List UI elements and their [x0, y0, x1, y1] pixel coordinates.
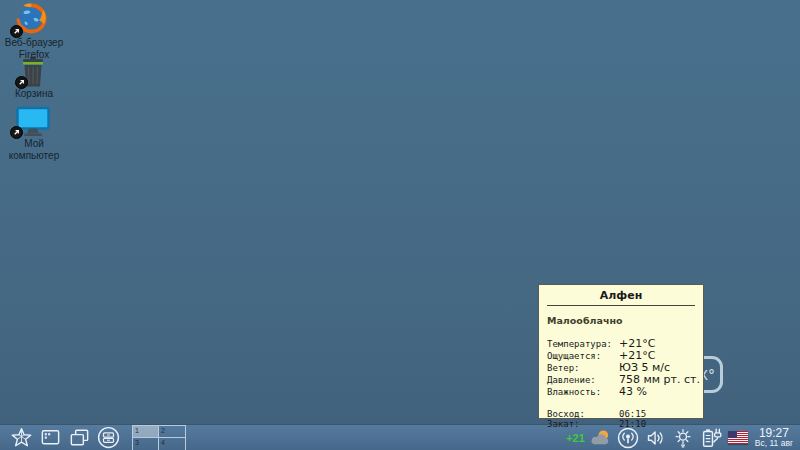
weather-row-temperature: Температура: +21°C — [547, 337, 695, 349]
weather-tray-button[interactable] — [590, 428, 611, 447]
weather-tooltip: Алфен Малооблачно Температура: +21°C Ощу… — [538, 284, 704, 419]
shortcut-arrow-badge — [10, 126, 23, 139]
sun-cloud-weather-icon — [590, 428, 611, 447]
weather-tooltip-title: Алфен — [547, 289, 695, 306]
drawer-icon — [96, 425, 121, 450]
volume-icon — [645, 427, 667, 449]
desktop-icon-computer[interactable]: Мой компьютер — [1, 106, 67, 162]
flag-canton — [728, 431, 737, 438]
battery-charging-icon — [699, 426, 723, 450]
desktop-icon-label: Веб-браузер — [1, 37, 67, 49]
workspace-4[interactable]: 4 — [159, 438, 185, 450]
workspace-1[interactable]: 1 — [133, 426, 159, 438]
shortcut-arrow-badge — [15, 76, 28, 89]
clock[interactable]: 19:27 Вс, 11 авг — [753, 427, 793, 448]
desktop-icon-firefox[interactable]: Веб-браузер Firefox — [1, 1, 67, 61]
weather-condition: Малооблачно — [547, 315, 695, 326]
weather-row-label: Закат: — [547, 419, 619, 429]
workspace-2[interactable]: 2 — [159, 426, 185, 438]
weather-row-value: 06:15 — [619, 409, 646, 419]
window-grid-icon — [39, 426, 62, 449]
weather-row-label: Восход: — [547, 409, 619, 419]
keyboard-layout-us-flag[interactable] — [728, 431, 748, 444]
weather-row-label: Ветер: — [547, 363, 619, 373]
weather-row-value: 43 % — [619, 385, 647, 398]
weather-row-sunrise: Восход: 06:15 — [547, 409, 695, 419]
desktop-icon-label: Корзина — [1, 88, 67, 100]
workspace-pager: 1 2 3 4 — [132, 425, 186, 450]
desktop-icon-label: Мой — [1, 138, 67, 150]
weather-row-label: Температура: — [547, 339, 619, 349]
weather-row-feels-like: Ощущается: +21°C — [547, 349, 695, 361]
clock-date: Вс, 11 авг — [755, 439, 793, 448]
weather-row-wind: Ветер: ЮЗ 5 м/с — [547, 361, 695, 373]
star-icon — [10, 426, 33, 449]
stacked-windows-icon — [68, 426, 91, 449]
weather-row-pressure: Давление: 758 мм рт. ст. — [547, 373, 695, 385]
tray-temperature[interactable]: +21 — [566, 432, 585, 444]
workspace-3[interactable]: 3 — [133, 438, 159, 450]
weather-row-humidity: Влажность: 43 % — [547, 385, 695, 397]
show-desktop-button[interactable] — [38, 426, 63, 450]
volume-tray-button[interactable] — [645, 427, 667, 449]
shortcut-arrow-badge — [10, 25, 23, 38]
brightness-bulb-icon — [672, 427, 694, 449]
weather-row-label: Давление: — [547, 375, 619, 385]
app-menu-button[interactable] — [9, 426, 34, 450]
network-tray-button[interactable] — [616, 426, 640, 450]
desktop-icon-trash[interactable]: Корзина — [1, 56, 67, 100]
weather-row-sunset: Закат: 21:10 — [547, 419, 695, 429]
weather-row-label: Ощущается: — [547, 351, 619, 361]
weather-row-label: Влажность: — [547, 387, 619, 397]
drawer-button[interactable] — [96, 426, 121, 450]
battery-tray-button[interactable] — [699, 426, 723, 450]
desktop-icon-label: компьютер — [1, 150, 67, 162]
desktop: Веб-браузер Firefox Корзина — [0, 0, 800, 450]
window-list-button[interactable] — [67, 426, 92, 450]
network-hotspot-icon — [616, 426, 640, 450]
brightness-tray-button[interactable] — [672, 427, 694, 449]
weather-row-value: 21:10 — [619, 419, 646, 429]
